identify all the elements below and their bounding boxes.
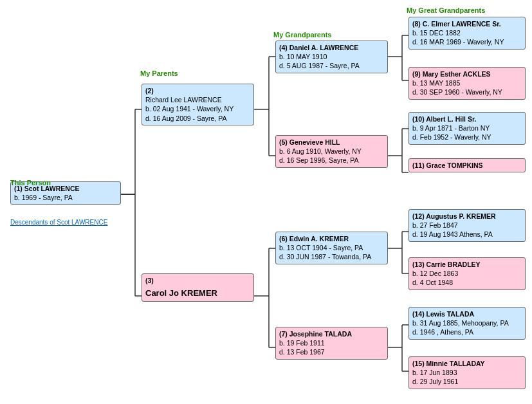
family-tree-chart: This Person My Parents My Grandparents M… — [0, 0, 532, 404]
person-14-lewis-talada[interactable]: (14) Lewis TALADA b. 31 Aug 1885, Mehoop… — [408, 307, 526, 340]
person-5-genevieve-hill[interactable]: (5) Genevieve HILL b. 6 Aug 1910, Waverl… — [275, 135, 388, 168]
person-2-richard-lawrence[interactable]: (2) Richard Lee LAWRENCE b. 02 Aug 1941 … — [142, 84, 254, 125]
person-4-daniel-lawrence[interactable]: (4) Daniel A. LAWRENCE b. 10 MAY 1910 d.… — [275, 41, 388, 73]
label-my-great-grandparents: My Great Grandparents — [407, 6, 485, 14]
person-3-carol-kremer[interactable]: (3) Carol Jo KREMER — [142, 273, 254, 302]
person-6-edwin-kremer[interactable]: (6) Edwin A. KREMER b. 13 OCT 1904 - Say… — [275, 232, 388, 264]
person-7-josephine-talada[interactable]: (7) Josephine TALADA b. 19 Feb 1911 d. 1… — [275, 327, 388, 360]
person-15-minnie-talladay[interactable]: (15) Minnie TALLADAY b. 17 Jun 1893 d. 2… — [408, 356, 526, 389]
person-13-carrie-bradley[interactable]: (13) Carrie BRADLEY b. 12 Dec 1863 d. 4 … — [408, 257, 526, 290]
label-my-grandparents: My Grandparents — [273, 31, 331, 39]
descendants-link[interactable]: Descendants of Scot LAWRENCE — [10, 219, 107, 226]
person-11-grace-tompkins[interactable]: (11) Grace TOMPKINS — [408, 158, 526, 172]
person-10-albert-hill[interactable]: (10) Albert L. Hill Sr. b. 9 Apr 1871 - … — [408, 112, 526, 145]
person-9-mary-ackles[interactable]: (9) Mary Esther ACKLES b. 13 MAY 1885 d.… — [408, 67, 526, 100]
label-my-parents: My Parents — [140, 69, 178, 77]
label-this-person: This Person — [10, 179, 51, 187]
person-8-elmer-lawrence[interactable]: (8) C. Elmer LAWRENCE Sr. b. 15 DEC 1882… — [408, 17, 526, 50]
person-12-augustus-kremer[interactable]: (12) Augustus P. KREMER b. 27 Feb 1847 d… — [408, 209, 526, 242]
